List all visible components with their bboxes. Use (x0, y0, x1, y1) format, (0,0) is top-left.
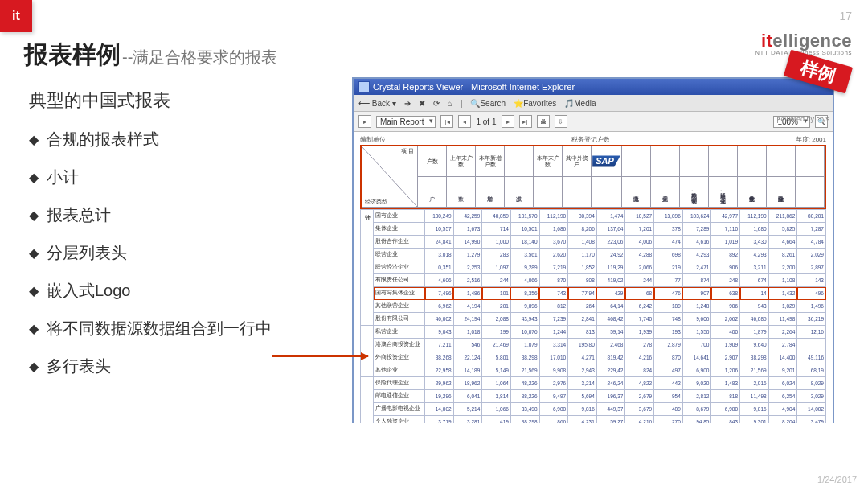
table-row: 股份有限公司46,00224,1942,08843,9437,2392,8414… (361, 313, 826, 326)
table-row: 保险代理企业29,96218,9621,06448,2262,9763,2142… (361, 377, 826, 390)
lead-text: 典型的中国式报表 (29, 88, 334, 113)
tree-toggle-icon[interactable]: ▸ (358, 115, 371, 128)
media-button[interactable]: 🎵Media (564, 99, 596, 108)
meta-left: 编制单位 (360, 135, 386, 144)
refresh-button[interactable]: ⟳ (433, 99, 440, 108)
svg-line-0 (362, 146, 417, 207)
view-dropdown[interactable]: Main Report (376, 116, 436, 128)
page-indicator: 1 of 1 (476, 117, 496, 126)
prev-page-button[interactable]: ◂ (458, 115, 471, 128)
callout-arrow (272, 355, 368, 357)
forward-button[interactable]: ➔ (404, 99, 411, 108)
brand-badge: it (0, 0, 32, 32)
report-toolbar: ▸ Main Report |◂ ◂ 1 of 1 ▸ ▸| 🖶 ⇩ 100% … (354, 112, 833, 132)
back-button[interactable]: ⟵ Back ▾ (358, 99, 396, 108)
bullet-item: 嵌入式Logo (29, 280, 334, 302)
report-body: 编制单位 税务登记户数 年度: 2001 本 年 末 户 数 项 目经济类型户数… (354, 132, 833, 423)
table-row: 个人独资企业3,7193,28141988,2988664,23159,274,… (361, 416, 826, 424)
last-page-button[interactable]: ▸| (519, 115, 532, 128)
search-button[interactable]: 🔍Search (470, 99, 506, 108)
stop-button[interactable]: ✖ (419, 99, 425, 108)
table-row: 国有与集体企业7,4961,4861018,35674377,944296847… (361, 287, 826, 300)
report-table: 分计国有企业100,24942,25940,859101,570112,1908… (360, 209, 826, 423)
date-footer: 1/24/2017 (817, 475, 857, 484)
bullet-item: 分层列表头 (29, 242, 334, 264)
first-page-button[interactable]: |◂ (440, 115, 453, 128)
brand-prefix: it (761, 31, 772, 51)
powered-by-label: powered by crys (776, 116, 829, 123)
print-button[interactable]: 🖶 (537, 115, 550, 128)
table-row: 有限责任公司4,6062,5162444,066870808419,022447… (361, 274, 826, 287)
meta-right: 年度: 2001 (796, 135, 826, 144)
table-row: 私营企业9,0431,01819910,0761,24481359,141,93… (361, 326, 826, 339)
page-number: 17 (839, 10, 852, 23)
slide-title: 报表样例--满足合格要求的报表 (24, 39, 277, 72)
window-icon (358, 81, 370, 92)
browser-toolbar: ⟵ Back ▾ ➔ ✖ ⟳ ⌂ | 🔍Search ⭐Favorites 🎵M… (354, 95, 833, 112)
table-row: 其他联营企业6,9624,1942019,89681226464,146,242… (361, 300, 826, 313)
table-row: 港澳台商投资企业7,21154621,4691,0793,314195,802,… (361, 339, 826, 351)
export-button[interactable]: ⇩ (555, 115, 567, 128)
table-row: 集体企业10,5571,67371410,5011,6868,206137,64… (361, 223, 826, 236)
next-page-button[interactable]: ▸ (502, 115, 514, 128)
table-row: 邮电通信企业19,2966,0413,81488,2269,4975,69419… (361, 390, 826, 403)
report-header: 项 目经济类型户数上年末户数本年新增户数本年末户数其中外资户SAP户数增加减少电… (360, 145, 826, 209)
table-row: 联营经济企业0,3512,2531,0979,2897,2191,852119,… (361, 261, 826, 274)
bullet-item: 合规的报表样式 (29, 129, 334, 150)
bullet-item: 将不同数据源数据组合到一行中 (29, 318, 334, 339)
report-screenshot: Crystal Reports Viewer - Microsoft Inter… (352, 77, 834, 423)
window-title: Crystal Reports Viewer - Microsoft Inter… (373, 82, 575, 92)
bullet-item: 报表总计 (29, 204, 334, 226)
window-titlebar: Crystal Reports Viewer - Microsoft Inter… (354, 79, 833, 95)
bullet-list: 合规的报表样式小计报表总计分层列表头嵌入式Logo将不同数据源数据组合到一行中多… (29, 129, 334, 377)
table-row: 外商投资企业88,26822,1245,80188,29817,0104,271… (361, 351, 826, 364)
home-button[interactable]: ⌂ (448, 99, 452, 108)
favorites-button[interactable]: ⭐Favorites (514, 99, 556, 108)
table-row: 其他企业22,95814,1895,14921,5699,9082,943229… (361, 364, 826, 377)
sap-logo: SAP (592, 155, 620, 166)
title-sub: --满足合格要求的报表 (122, 48, 277, 66)
table-row: 分计国有企业100,24942,25940,859101,570112,1908… (361, 210, 826, 223)
table-row: 广播电影电视企业14,0025,2141,06633,4986,9809,816… (361, 403, 826, 416)
bullet-item: 小计 (29, 166, 334, 188)
bullet-item: 多行表头 (29, 355, 334, 377)
table-row: 股份合作企业24,84114,9901,00018,1403,6701,4082… (361, 236, 826, 249)
meta-center: 税务登记户数 (571, 135, 610, 144)
table-row: 联营企业3,0181,2792833,5612,6201,17024,924,2… (361, 249, 826, 261)
title-main: 报表样例 (24, 41, 121, 68)
brand-suffix: elligence (772, 31, 852, 51)
